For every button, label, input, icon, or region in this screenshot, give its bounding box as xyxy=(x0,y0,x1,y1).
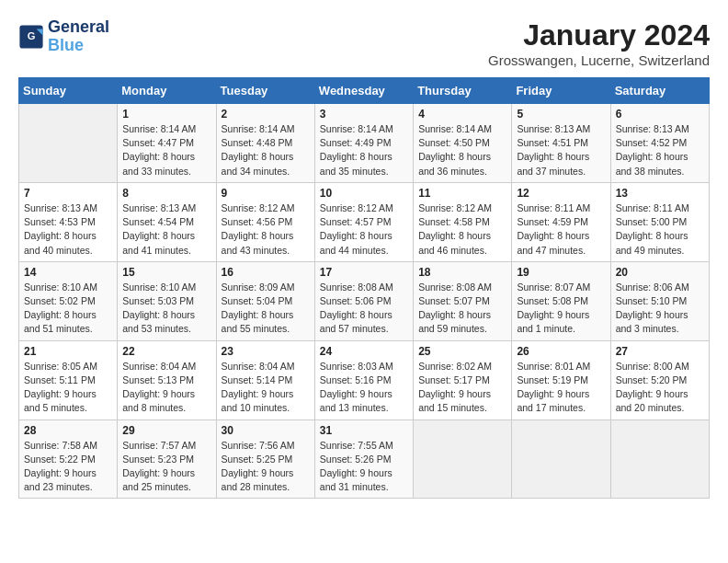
day-info: Sunrise: 8:09 AMSunset: 5:04 PMDaylight:… xyxy=(222,281,310,337)
logo-text: General Blue xyxy=(48,18,109,55)
day-info-line: and 3 minutes. xyxy=(616,323,679,334)
day-number: 18 xyxy=(418,266,506,279)
day-number: 6 xyxy=(616,108,704,121)
day-info-line: Daylight: 8 hours xyxy=(517,151,589,162)
day-number: 13 xyxy=(616,187,704,200)
day-number: 22 xyxy=(122,345,210,358)
day-number: 26 xyxy=(517,345,605,358)
day-number: 7 xyxy=(24,187,112,200)
day-info-line: and 51 minutes. xyxy=(24,323,93,334)
day-info-line: Daylight: 8 hours xyxy=(122,151,195,162)
day-info-line: Sunrise: 8:14 AM xyxy=(418,123,492,134)
day-info-line: Sunrise: 8:14 AM xyxy=(122,123,196,134)
day-info-line: Sunrise: 8:03 AM xyxy=(320,361,393,372)
day-info-line: Daylight: 9 hours xyxy=(616,309,688,320)
day-number: 16 xyxy=(222,266,310,279)
calendar-cell: 16Sunrise: 8:09 AMSunset: 5:04 PMDayligh… xyxy=(216,261,314,340)
day-number: 15 xyxy=(122,266,210,279)
calendar-cell: 22Sunrise: 8:04 AMSunset: 5:13 PMDayligh… xyxy=(118,340,216,419)
calendar-cell: 15Sunrise: 8:10 AMSunset: 5:03 PMDayligh… xyxy=(118,261,216,340)
day-info-line: and 28 minutes. xyxy=(222,481,290,492)
day-info-line: Sunset: 4:51 PM xyxy=(517,137,588,148)
day-info-line: and 47 minutes. xyxy=(517,245,586,256)
calendar-cell: 3Sunrise: 8:14 AMSunset: 4:49 PMDaylight… xyxy=(314,104,413,183)
calendar-cell: 7Sunrise: 8:13 AMSunset: 4:53 PMDaylight… xyxy=(19,182,118,261)
day-info-line: Sunrise: 7:55 AM xyxy=(320,440,393,451)
day-info: Sunrise: 8:07 AMSunset: 5:08 PMDaylight:… xyxy=(517,281,605,337)
day-number: 1 xyxy=(122,108,210,121)
day-info-line: and 37 minutes. xyxy=(517,166,586,177)
day-info-line: Sunrise: 8:00 AM xyxy=(616,361,689,372)
day-number: 19 xyxy=(517,266,605,279)
day-info: Sunrise: 8:10 AMSunset: 5:03 PMDaylight:… xyxy=(122,281,210,337)
day-info-line: Sunset: 5:13 PM xyxy=(122,374,194,385)
day-info-line: Sunset: 5:11 PM xyxy=(24,374,96,385)
day-info-line: Sunset: 4:48 PM xyxy=(222,137,293,148)
day-info-line: and 49 minutes. xyxy=(616,245,685,256)
day-number: 27 xyxy=(616,345,704,358)
day-info-line: Sunrise: 7:58 AM xyxy=(24,440,97,451)
day-info-line: Sunset: 5:26 PM xyxy=(320,454,392,465)
day-info-line: Sunset: 5:16 PM xyxy=(320,374,392,385)
day-info: Sunrise: 8:04 AMSunset: 5:14 PMDaylight:… xyxy=(222,360,310,416)
calendar-cell xyxy=(19,104,118,183)
day-info-line: Sunset: 4:58 PM xyxy=(418,216,490,227)
calendar-cell: 17Sunrise: 8:08 AMSunset: 5:06 PMDayligh… xyxy=(314,261,413,340)
day-number: 28 xyxy=(24,424,112,437)
week-row-4: 21Sunrise: 8:05 AMSunset: 5:11 PMDayligh… xyxy=(19,340,710,419)
day-info-line: and 1 minute. xyxy=(517,323,575,334)
day-info: Sunrise: 8:14 AMSunset: 4:47 PMDaylight:… xyxy=(122,122,210,178)
calendar-cell: 14Sunrise: 8:10 AMSunset: 5:02 PMDayligh… xyxy=(19,261,118,340)
calendar-cell: 28Sunrise: 7:58 AMSunset: 5:22 PMDayligh… xyxy=(19,419,118,499)
day-info-line: Daylight: 8 hours xyxy=(24,309,97,320)
day-number: 20 xyxy=(616,266,704,279)
day-info-line: Sunrise: 8:10 AM xyxy=(122,282,196,293)
day-info: Sunrise: 7:58 AMSunset: 5:22 PMDaylight:… xyxy=(24,439,112,495)
day-info: Sunrise: 8:08 AMSunset: 5:07 PMDaylight:… xyxy=(418,281,506,337)
day-info-line: Daylight: 9 hours xyxy=(122,388,195,399)
header-day-friday: Friday xyxy=(512,78,610,104)
day-info-line: Sunset: 4:50 PM xyxy=(418,137,490,148)
day-info-line: and 59 minutes. xyxy=(418,323,487,334)
calendar-cell xyxy=(512,419,610,499)
day-info: Sunrise: 8:12 AMSunset: 4:57 PMDaylight:… xyxy=(320,201,408,258)
day-number: 31 xyxy=(320,424,408,437)
day-info-line: Sunrise: 8:04 AM xyxy=(122,361,196,372)
day-info: Sunrise: 8:01 AMSunset: 5:19 PMDaylight:… xyxy=(517,360,605,416)
day-info-line: Sunset: 4:47 PM xyxy=(122,137,194,148)
day-info-line: and 15 minutes. xyxy=(418,402,487,413)
day-info: Sunrise: 8:12 AMSunset: 4:58 PMDaylight:… xyxy=(418,201,506,258)
day-info-line: and 40 minutes. xyxy=(24,245,93,256)
day-info: Sunrise: 8:04 AMSunset: 5:13 PMDaylight:… xyxy=(122,360,210,416)
day-info: Sunrise: 8:11 AMSunset: 5:00 PMDaylight:… xyxy=(616,201,704,258)
calendar-cell: 12Sunrise: 8:11 AMSunset: 4:59 PMDayligh… xyxy=(512,182,610,261)
header: G General Blue January 2024 Grosswangen,… xyxy=(18,18,710,68)
calendar-cell: 11Sunrise: 8:12 AMSunset: 4:58 PMDayligh… xyxy=(414,182,512,261)
calendar-cell: 19Sunrise: 8:07 AMSunset: 5:08 PMDayligh… xyxy=(512,261,610,340)
day-info-line: and 13 minutes. xyxy=(320,402,389,413)
day-info-line: Sunrise: 8:13 AM xyxy=(122,202,196,213)
day-number: 12 xyxy=(517,187,605,200)
day-number: 17 xyxy=(320,266,408,279)
day-info-line: Daylight: 9 hours xyxy=(222,467,294,478)
calendar-table: SundayMondayTuesdayWednesdayThursdayFrid… xyxy=(18,77,710,499)
header-row: SundayMondayTuesdayWednesdayThursdayFrid… xyxy=(19,78,710,104)
day-info-line: Daylight: 9 hours xyxy=(320,467,392,478)
day-number: 21 xyxy=(24,345,112,358)
calendar-cell xyxy=(414,419,512,499)
day-info-line: and 57 minutes. xyxy=(320,323,389,334)
day-info-line: Sunrise: 8:10 AM xyxy=(24,282,97,293)
day-info-line: and 10 minutes. xyxy=(222,402,290,413)
day-info-line: Sunset: 5:10 PM xyxy=(616,295,688,306)
day-info-line: Sunrise: 8:07 AM xyxy=(517,282,590,293)
day-info-line: Daylight: 9 hours xyxy=(517,309,589,320)
day-info-line: and 25 minutes. xyxy=(122,481,191,492)
day-info-line: Daylight: 8 hours xyxy=(122,230,195,241)
day-info-line: Daylight: 9 hours xyxy=(24,388,97,399)
calendar-cell: 26Sunrise: 8:01 AMSunset: 5:19 PMDayligh… xyxy=(512,340,610,419)
day-info-line: Sunrise: 8:08 AM xyxy=(418,282,492,293)
day-info-line: Sunset: 5:25 PM xyxy=(222,454,293,465)
day-number: 3 xyxy=(320,108,408,121)
day-info: Sunrise: 8:14 AMSunset: 4:48 PMDaylight:… xyxy=(222,122,310,178)
day-info-line: Daylight: 8 hours xyxy=(222,230,294,241)
